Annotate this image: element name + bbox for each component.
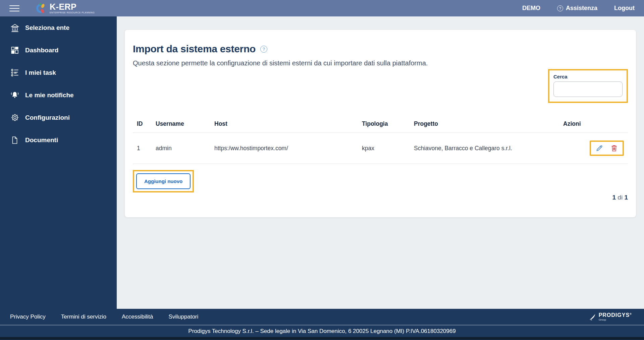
footer-link-privacy-policy[interactable]: Privacy Policy (10, 314, 46, 320)
assistance-button[interactable]: ? Assistenza (557, 5, 597, 12)
actions-highlight-box (590, 140, 624, 156)
header-username: Username (152, 120, 210, 133)
header-id: ID (133, 120, 152, 133)
prodigys-group-label: Group (599, 319, 632, 321)
app-logo: K-ERP ENTERPRISE RESOURCE PLANNING (35, 2, 95, 14)
sidebar-item-label: Documenti (25, 136, 58, 144)
import-table: ID Username Host Tipologia Progetto Azio… (133, 120, 628, 164)
footer-edge (0, 337, 644, 340)
add-highlight-box: Aggiungi nuovo (133, 170, 194, 192)
sidebar-item-i-miei-task[interactable]: I miei task (0, 61, 117, 84)
delete-trash-icon[interactable] (610, 144, 618, 152)
table-row: 1 admin https:/ww.hostimportex.com/ kpax… (133, 133, 628, 164)
table-header-row: ID Username Host Tipologia Progetto Azio… (133, 120, 628, 133)
topbar: K-ERP ENTERPRISE RESOURCE PLANNING DEMO … (0, 0, 644, 16)
page-title: Import da sistema esterno (133, 43, 256, 55)
search-label: Cerca (553, 74, 623, 79)
footer: Privacy Policy Termini di servizio Acces… (0, 309, 644, 340)
document-icon (10, 135, 19, 145)
sidebar-item-le-mie-notifiche[interactable]: Le mie notifiche (0, 84, 117, 106)
help-icon: ? (557, 5, 563, 11)
sidebar: Seleziona ente Dashboard I miei task (0, 16, 117, 309)
footer-link-accessibilita[interactable]: Accessibilità (122, 314, 153, 320)
dashboard-icon (10, 46, 19, 55)
sidebar-item-label: I miei task (25, 69, 56, 76)
tasks-icon (10, 68, 19, 77)
search-highlight-box: Cerca (548, 69, 628, 103)
cell-host: https:/ww.hostimportex.com/ (210, 133, 358, 164)
title-help-icon[interactable]: ? (260, 46, 267, 53)
registered-mark: ® (630, 313, 632, 316)
pagination: 1 di 1 (133, 194, 628, 201)
logout-button[interactable]: Logout (614, 5, 635, 12)
prodigys-logo: PRODIGYS® Group (588, 313, 634, 321)
cell-id: 1 (133, 133, 152, 164)
gear-icon (10, 113, 19, 122)
cell-tipologia: kpax (358, 133, 410, 164)
page-subtitle: Questa sezione permette la configruazion… (133, 59, 628, 67)
assistance-label: Assistenza (566, 5, 597, 12)
user-menu[interactable]: DEMO (522, 5, 540, 12)
kerp-logo-icon (35, 2, 47, 14)
import-card: Import da sistema esterno ? Questa sezio… (125, 30, 636, 217)
sidebar-item-documenti[interactable]: Documenti (0, 129, 117, 151)
main-content: Import da sistema esterno ? Questa sezio… (117, 16, 644, 309)
edit-pencil-icon[interactable] (595, 144, 603, 152)
footer-link-termini-di-servizio[interactable]: Termini di servizio (61, 314, 106, 320)
sidebar-item-label: Le mie notifiche (25, 92, 74, 99)
hamburger-menu-icon[interactable] (9, 5, 19, 11)
bank-icon (10, 23, 19, 33)
footer-link-sviluppatori[interactable]: Sviluppatori (168, 314, 198, 320)
prodigys-name: PRODIGYS (599, 312, 630, 318)
cell-username: admin (152, 133, 210, 164)
copyright-text: Prodigys Technology S.r.l. – Sede legale… (188, 328, 455, 335)
bell-icon (10, 91, 19, 100)
brand-tagline: ENTERPRISE RESOURCE PLANNING (50, 12, 95, 14)
brand-name: K-ERP (50, 3, 95, 11)
prodigys-bird-icon (588, 313, 596, 321)
header-azioni: Azioni (559, 120, 628, 133)
sidebar-item-seleziona-ente[interactable]: Seleziona ente (0, 16, 117, 39)
add-new-button[interactable]: Aggiungi nuovo (136, 173, 191, 189)
pagination-separator: di (618, 194, 623, 201)
cell-progetto: Schiavone, Barracco e Callegaro s.r.l. (410, 133, 559, 164)
sidebar-item-label: Dashboard (25, 47, 58, 54)
header-tipologia: Tipologia (358, 120, 410, 133)
sidebar-item-label: Seleziona ente (25, 24, 69, 32)
sidebar-item-dashboard[interactable]: Dashboard (0, 39, 117, 61)
sidebar-item-configurazioni[interactable]: Configurazioni (0, 106, 117, 129)
header-host: Host (210, 120, 358, 133)
search-input[interactable] (553, 81, 623, 97)
sidebar-item-label: Configurazioni (25, 114, 70, 121)
header-progetto: Progetto (410, 120, 559, 133)
pagination-current: 1 (612, 194, 616, 201)
pagination-total: 1 (624, 194, 628, 201)
